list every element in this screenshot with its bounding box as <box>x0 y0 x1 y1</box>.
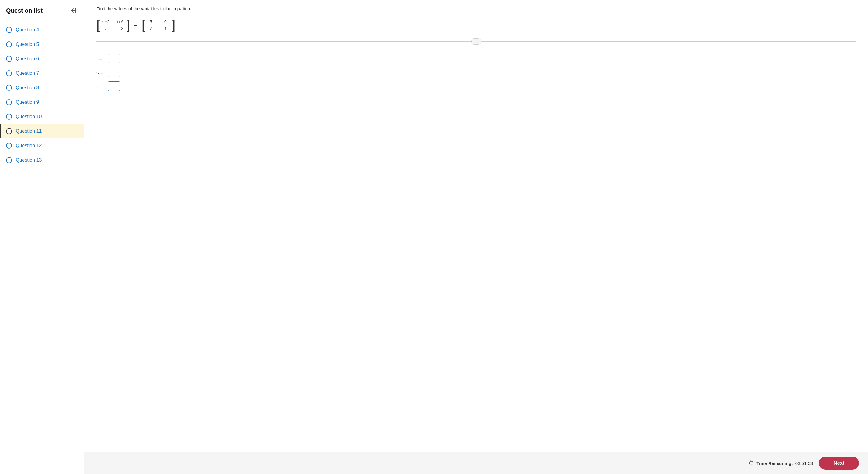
section-divider: ··· <box>96 41 856 42</box>
matrix-right-r2c2: r <box>161 25 170 30</box>
matrix-left-r1c1: s−2 <box>101 19 110 24</box>
matrix-right-r2c1: 7 <box>147 25 156 30</box>
matrix-right-row2: 7 r <box>147 25 170 31</box>
matrix-left-row2: 7 −6 <box>101 25 125 31</box>
answer-row-r: r = <box>96 54 856 63</box>
answer-row-s: s = <box>96 67 856 77</box>
sidebar-title: Question list <box>6 7 42 14</box>
content-area: Find the values of the variables in the … <box>85 0 868 474</box>
question-list: Question 4 Question 5 Question 6 Questio… <box>0 20 84 170</box>
timer-value: 03:51:53 <box>795 461 813 466</box>
footer: ⏱ Time Remaining: 03:51:53 Next <box>85 452 868 474</box>
s-label: s = <box>96 70 105 75</box>
timer-section: ⏱ Time Remaining: 03:51:53 <box>749 460 813 467</box>
radio-q5 <box>6 41 12 48</box>
sidebar-header: Question list <box>0 0 84 20</box>
radio-q6 <box>6 56 12 62</box>
radio-q11 <box>6 128 12 134</box>
radio-q4 <box>6 27 12 33</box>
next-button[interactable]: Next <box>819 456 859 470</box>
matrix-left-row1: s−2 t+9 <box>101 19 125 25</box>
radio-q7 <box>6 70 12 76</box>
radio-q8 <box>6 85 12 91</box>
r-label: r = <box>96 56 105 61</box>
sidebar-item-q5[interactable]: Question 5 <box>0 37 84 52</box>
answer-row-t: t = <box>96 82 856 91</box>
sidebar-item-q13[interactable]: Question 13 <box>0 153 84 167</box>
matrix-right-r1c1: 5 <box>147 19 156 24</box>
sidebar-item-q6[interactable]: Question 6 <box>0 52 84 66</box>
radio-q12 <box>6 143 12 149</box>
collapse-icon <box>70 7 77 14</box>
matrix-equation: s−2 t+9 7 −6 = 5 9 7 <box>96 17 856 32</box>
sidebar-item-q8[interactable]: Question 8 <box>0 81 84 95</box>
divider-dots: ··· <box>471 38 481 44</box>
sidebar-item-q9[interactable]: Question 9 <box>0 95 84 109</box>
radio-q10 <box>6 114 12 120</box>
question-content: Find the values of the variables in the … <box>85 0 868 452</box>
question-instruction: Find the values of the variables in the … <box>96 6 856 11</box>
t-label: t = <box>96 84 105 89</box>
s-input[interactable] <box>108 67 120 77</box>
sidebar-item-q12[interactable]: Question 12 <box>0 138 84 153</box>
matrix-left-r1c2: t+9 <box>116 19 125 24</box>
sidebar-item-q7[interactable]: Question 7 <box>0 66 84 81</box>
equals-sign: = <box>133 22 139 28</box>
radio-q9 <box>6 99 12 105</box>
answer-area: r = s = t = <box>96 48 856 101</box>
matrix-right-row1: 5 9 <box>147 19 170 25</box>
r-input[interactable] <box>108 54 120 63</box>
matrix-right: 5 9 7 r <box>142 17 175 32</box>
sidebar-item-q4[interactable]: Question 4 <box>0 23 84 37</box>
matrix-right-r1c2: 9 <box>161 19 170 24</box>
matrix-left-r2c2: −6 <box>116 25 125 30</box>
t-input[interactable] <box>108 82 120 91</box>
matrix-left: s−2 t+9 7 −6 <box>96 17 130 32</box>
matrix-left-r2c1: 7 <box>101 25 110 30</box>
timer-icon: ⏱ <box>749 460 754 467</box>
sidebar-collapse-button[interactable] <box>69 6 78 15</box>
sidebar: Question list Question 4 Question 5 Que <box>0 0 85 474</box>
timer-label: Time Remaining: <box>756 461 793 466</box>
radio-q13 <box>6 157 12 163</box>
sidebar-item-q11[interactable]: Question 11 <box>0 124 84 138</box>
sidebar-item-q10[interactable]: Question 10 <box>0 109 84 124</box>
